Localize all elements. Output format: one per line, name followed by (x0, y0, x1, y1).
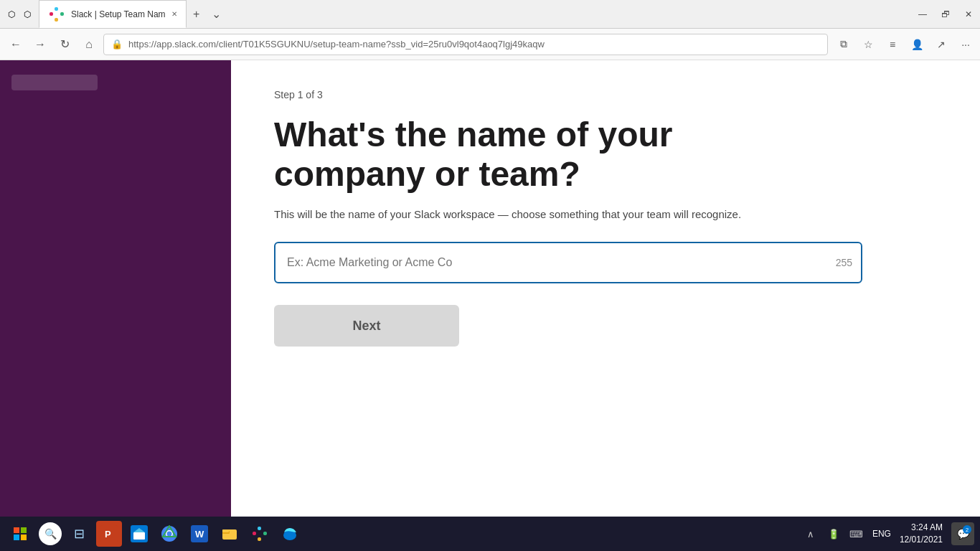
start-button[interactable] (6, 519, 34, 548)
notification-badge: 2 (963, 525, 971, 534)
address-input[interactable]: 🔒 https://app.slack.com/client/T01K5SGUK… (103, 34, 828, 55)
svg-rect-4 (14, 527, 19, 533)
main-layout: Step 1 of 3 What's the name of your comp… (0, 60, 980, 517)
active-tab[interactable]: Slack | Setup Team Nam ✕ (39, 0, 187, 28)
time-text: 3:24 AM (900, 522, 943, 534)
search-button[interactable]: 🔍 (39, 522, 62, 545)
page-heading: What's the name of your company or team? (274, 115, 862, 194)
addressbar-icons: ⧉ ☆ ≡ 👤 ↗ ··· (835, 36, 974, 53)
task-view-button[interactable]: ⊟ (66, 521, 92, 547)
tab-title: Slack | Setup Team Nam (71, 9, 166, 19)
edge-icon (281, 525, 298, 542)
next-button[interactable]: Next (274, 305, 459, 347)
svg-rect-22 (258, 527, 261, 530)
svg-rect-5 (21, 527, 27, 533)
share-icon[interactable]: ↗ (933, 36, 950, 53)
taskbar: 🔍 ⊟ P W (0, 517, 980, 551)
forward-button[interactable]: → (30, 34, 50, 55)
battery-icon: 🔋 (826, 527, 841, 541)
sidebar-logo (11, 75, 98, 90)
svg-rect-6 (14, 534, 19, 540)
powerpoint-icon: P (100, 525, 118, 542)
chrome-icon (161, 525, 178, 542)
svg-text:W: W (195, 529, 204, 540)
step-indicator: Step 1 of 3 (274, 89, 937, 100)
chevron-up-icon[interactable]: ∧ (804, 527, 818, 541)
titlebar-left: ⬡ ⬡ (6, 9, 33, 20)
team-name-input-wrapper: 255 (274, 242, 862, 283)
bookmark-icon[interactable]: ☆ (859, 36, 877, 53)
back-history-icon[interactable]: ⬡ (6, 9, 17, 20)
url-text: https://app.slack.com/client/T01K5SGUKNU… (128, 39, 820, 50)
svg-rect-20 (222, 529, 229, 532)
titlebar-window-controls: — 🗗 ✕ (917, 9, 974, 20)
back-button[interactable]: ← (6, 34, 26, 55)
svg-rect-0 (50, 12, 53, 16)
address-bar: ← → ↻ ⌂ 🔒 https://app.slack.com/client/T… (0, 29, 980, 60)
sidebar (0, 60, 231, 517)
team-name-input[interactable] (274, 242, 862, 283)
refresh-button[interactable]: ↻ (55, 34, 75, 55)
powerpoint-app-button[interactable]: P (96, 521, 122, 547)
date-text: 12/01/2021 (900, 534, 943, 546)
svg-rect-3 (55, 18, 58, 22)
close-window-button[interactable]: ✕ (963, 9, 974, 20)
svg-rect-23 (263, 532, 267, 535)
home-button[interactable]: ⌂ (79, 34, 99, 55)
explorer-icon (221, 525, 238, 542)
svg-rect-7 (21, 534, 27, 540)
clock-display: 3:24 AM 12/01/2021 (900, 522, 943, 546)
tab-close-button[interactable]: ✕ (171, 10, 177, 18)
file-explorer-button[interactable] (217, 521, 242, 547)
notification-button[interactable]: 💬 2 (951, 522, 974, 545)
microsoft-store-button[interactable] (126, 521, 152, 547)
tab-dropdown-button[interactable]: ⌄ (207, 4, 227, 24)
char-count-display: 255 (836, 257, 852, 268)
svg-rect-21 (253, 532, 256, 535)
windows-logo-icon (13, 527, 27, 541)
word-icon: W (191, 525, 208, 542)
svg-rect-2 (60, 12, 64, 16)
svg-rect-1 (55, 7, 58, 11)
keyboard-icon[interactable]: ⌨ (849, 527, 864, 541)
forward-history-icon[interactable]: ⬡ (22, 9, 33, 20)
more-options-icon[interactable]: ··· (957, 36, 974, 53)
word-button[interactable]: W (187, 521, 212, 547)
title-bar: ⬡ ⬡ Slack | Setup Team Nam ✕ + ⌄ — 🗗 ✕ (0, 0, 980, 29)
maximize-button[interactable]: 🗗 (940, 9, 951, 20)
slack-taskbar-icon (251, 525, 268, 542)
store-icon (131, 525, 148, 542)
svg-rect-24 (258, 537, 261, 541)
minimize-button[interactable]: — (917, 9, 928, 20)
svg-text:P: P (105, 529, 111, 540)
language-indicator: ENG (872, 529, 891, 539)
split-screen-icon[interactable]: ⧉ (835, 36, 852, 53)
collections-icon[interactable]: ≡ (884, 36, 901, 53)
lock-icon: 🔒 (111, 39, 123, 50)
tab-bar: Slack | Setup Team Nam ✕ + ⌄ (39, 0, 911, 28)
slack-favicon-icon (48, 6, 65, 23)
content-area: Step 1 of 3 What's the name of your comp… (231, 60, 980, 517)
taskbar-system-tray: ∧ 🔋 ⌨ ENG 3:24 AM 12/01/2021 💬 2 (804, 522, 974, 546)
new-tab-button[interactable]: + (187, 4, 207, 24)
slack-taskbar-button[interactable] (247, 521, 273, 547)
profile-icon[interactable]: 👤 (908, 36, 925, 53)
svg-rect-11 (133, 532, 145, 540)
chrome-button[interactable] (156, 521, 182, 547)
page-description: This will be the name of your Slack work… (274, 208, 848, 220)
edge-button[interactable] (277, 521, 303, 547)
svg-point-15 (167, 532, 172, 537)
